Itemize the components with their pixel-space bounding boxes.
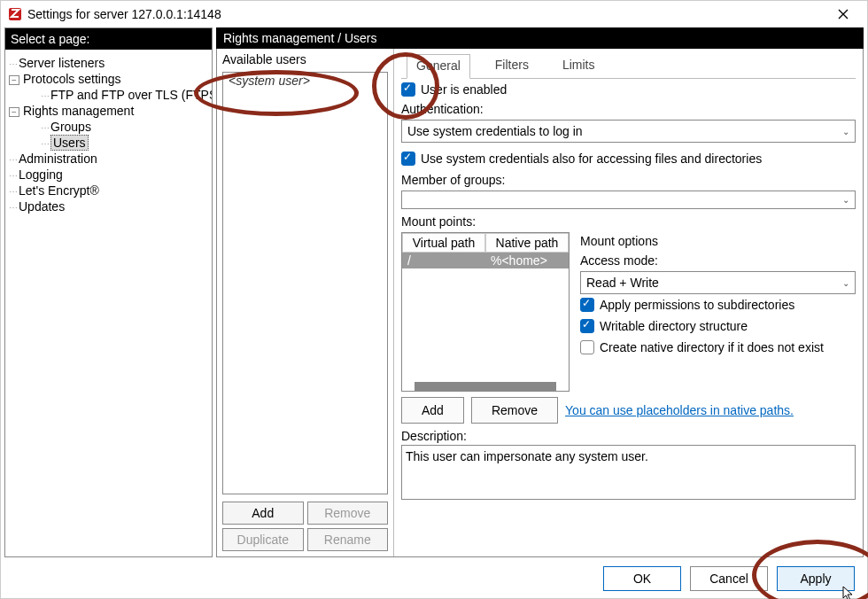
available-users-label: Available users bbox=[217, 49, 393, 70]
titlebar: Settings for server 127.0.0.1:14148 bbox=[1, 1, 867, 27]
user-enabled-checkbox[interactable] bbox=[401, 82, 415, 97]
mount-add-button[interactable]: Add bbox=[401, 397, 464, 424]
mount-remove-button[interactable]: Remove bbox=[471, 397, 558, 424]
tree-item-updates[interactable]: ⋯Updates bbox=[9, 198, 208, 214]
create-native-checkbox[interactable] bbox=[580, 340, 594, 354]
access-mode-value: Read + Write bbox=[586, 276, 659, 290]
chevron-down-icon: ⌄ bbox=[842, 195, 849, 205]
authentication-value: Use system credentials to log in bbox=[407, 124, 583, 138]
close-button[interactable] bbox=[823, 1, 864, 27]
tree-item-groups[interactable]: ⋯Groups bbox=[9, 119, 208, 135]
close-icon bbox=[838, 9, 849, 19]
cursor-icon bbox=[842, 586, 855, 599]
dialog-body: Select a page: ⋯Server listeners −Protoc… bbox=[1, 27, 867, 559]
access-mode-select[interactable]: Read + Write ⌄ bbox=[580, 271, 856, 294]
member-groups-select[interactable]: ⌄ bbox=[401, 191, 856, 209]
mount-points-table[interactable]: Virtual path Native path / %<home> bbox=[401, 232, 570, 392]
tree-item-lets-encrypt[interactable]: ⋯Let's Encrypt® bbox=[9, 183, 208, 198]
writable-struct-checkbox[interactable] bbox=[580, 319, 594, 333]
available-users-list[interactable]: <system user> bbox=[222, 72, 388, 494]
tree-item-rights[interactable]: −Rights management bbox=[9, 103, 208, 119]
user-enabled-label: User is enabled bbox=[421, 82, 507, 97]
access-mode-label: Access mode: bbox=[580, 250, 856, 271]
placeholders-link[interactable]: You can use placeholders in native paths… bbox=[565, 403, 794, 417]
mount-points-label: Mount points: bbox=[401, 209, 856, 232]
col-native[interactable]: Native path bbox=[485, 233, 569, 253]
tree-item-protocols[interactable]: −Protocols settings bbox=[9, 71, 208, 87]
authentication-label: Authentication: bbox=[401, 100, 856, 120]
authentication-select[interactable]: Use system credentials to log in ⌄ bbox=[401, 120, 856, 143]
remove-user-button[interactable]: Remove bbox=[307, 502, 389, 525]
sys-creds-files-checkbox[interactable] bbox=[401, 152, 415, 166]
duplicate-user-button[interactable]: Duplicate bbox=[222, 528, 304, 551]
rename-user-button[interactable]: Rename bbox=[307, 528, 389, 551]
horizontal-scrollbar[interactable] bbox=[415, 382, 556, 391]
available-users-panel: Available users <system user> Add Remove… bbox=[217, 49, 394, 556]
apply-perms-label: Apply permissions to subdirectories bbox=[600, 298, 794, 312]
chevron-down-icon: ⌄ bbox=[842, 127, 849, 136]
description-label: Description: bbox=[401, 424, 856, 445]
app-icon bbox=[8, 7, 22, 21]
apply-perms-checkbox[interactable] bbox=[580, 298, 594, 312]
col-virtual[interactable]: Virtual path bbox=[402, 233, 485, 253]
collapse-icon[interactable]: − bbox=[9, 75, 19, 85]
page-sidebar: Select a page: ⋯Server listeners −Protoc… bbox=[4, 27, 213, 557]
panel-header: Rights management / Users bbox=[216, 27, 864, 49]
page-tree[interactable]: ⋯Server listeners −Protocols settings ⋯F… bbox=[5, 50, 212, 556]
sys-creds-files-label: Use system credentials also for accessin… bbox=[421, 152, 762, 166]
mount-options: Mount options Access mode: Read + Write … bbox=[580, 232, 856, 358]
tree-item-server-listeners[interactable]: ⋯Server listeners bbox=[9, 55, 208, 71]
mount-options-label: Mount options bbox=[580, 232, 856, 250]
tree-item-users[interactable]: ⋯Users bbox=[9, 135, 208, 151]
add-user-button[interactable]: Add bbox=[222, 502, 304, 525]
sidebar-header: Select a page: bbox=[5, 28, 212, 50]
window-title: Settings for server 127.0.0.1:14148 bbox=[27, 7, 823, 21]
tab-limits[interactable]: Limits bbox=[554, 54, 604, 78]
ok-button[interactable]: OK bbox=[603, 566, 681, 591]
tab-filters[interactable]: Filters bbox=[486, 54, 538, 78]
tree-item-administration[interactable]: ⋯Administration bbox=[9, 151, 208, 167]
user-detail: General Filters Limits User is enabled A… bbox=[394, 49, 863, 556]
member-groups-label: Member of groups: bbox=[401, 169, 856, 191]
chevron-down-icon: ⌄ bbox=[842, 278, 849, 288]
tab-general[interactable]: General bbox=[407, 54, 470, 79]
collapse-icon[interactable]: − bbox=[9, 107, 19, 117]
settings-dialog: Settings for server 127.0.0.1:14148 Sele… bbox=[0, 0, 868, 599]
tabs: General Filters Limits bbox=[401, 54, 856, 79]
cancel-button[interactable]: Cancel bbox=[690, 566, 768, 591]
description-textarea[interactable]: This user can impersonate any system use… bbox=[401, 445, 856, 500]
writable-struct-label: Writable directory structure bbox=[600, 319, 748, 333]
tree-item-ftp[interactable]: ⋯FTP and FTP over TLS (FTPS) bbox=[9, 87, 208, 103]
create-native-label: Create native directory if it does not e… bbox=[600, 340, 824, 354]
list-item[interactable]: <system user> bbox=[223, 73, 387, 89]
dialog-footer: OK Cancel Apply bbox=[1, 559, 867, 598]
tree-item-logging[interactable]: ⋯Logging bbox=[9, 167, 208, 183]
table-row[interactable]: / %<home> bbox=[402, 253, 569, 268]
right-panel: Rights management / Users Available user… bbox=[216, 27, 864, 557]
